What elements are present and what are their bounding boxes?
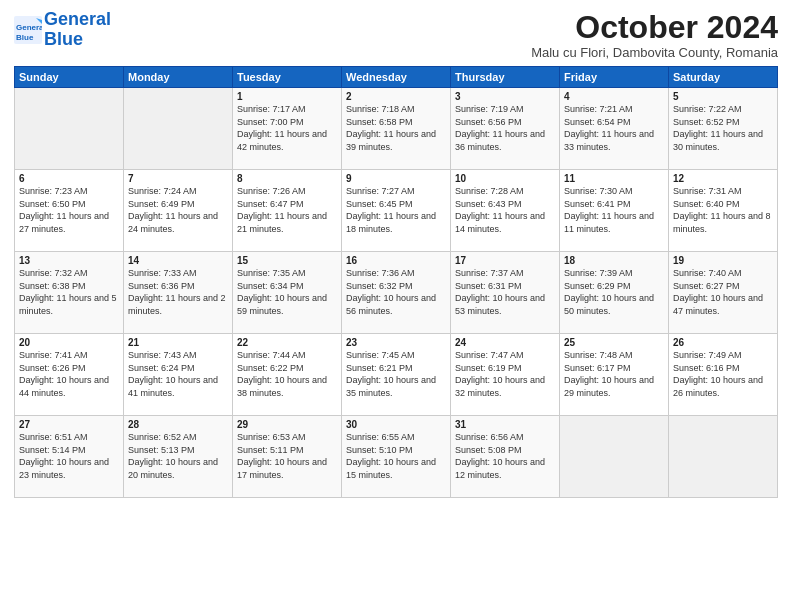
calendar-cell: 16Sunrise: 7:36 AM Sunset: 6:32 PM Dayli… (342, 252, 451, 334)
day-detail: Sunrise: 7:32 AM Sunset: 6:38 PM Dayligh… (19, 267, 119, 317)
day-detail: Sunrise: 6:51 AM Sunset: 5:14 PM Dayligh… (19, 431, 119, 481)
header-row: Sunday Monday Tuesday Wednesday Thursday… (15, 67, 778, 88)
day-detail: Sunrise: 7:17 AM Sunset: 7:00 PM Dayligh… (237, 103, 337, 153)
day-detail: Sunrise: 7:27 AM Sunset: 6:45 PM Dayligh… (346, 185, 446, 235)
calendar-body: 1Sunrise: 7:17 AM Sunset: 7:00 PM Daylig… (15, 88, 778, 498)
month-title: October 2024 (531, 10, 778, 45)
day-number: 9 (346, 173, 446, 184)
calendar-cell: 3Sunrise: 7:19 AM Sunset: 6:56 PM Daylig… (451, 88, 560, 170)
calendar-week-3: 20Sunrise: 7:41 AM Sunset: 6:26 PM Dayli… (15, 334, 778, 416)
day-number: 19 (673, 255, 773, 266)
calendar-cell: 28Sunrise: 6:52 AM Sunset: 5:13 PM Dayli… (124, 416, 233, 498)
calendar-cell (15, 88, 124, 170)
day-number: 14 (128, 255, 228, 266)
day-number: 8 (237, 173, 337, 184)
day-number: 18 (564, 255, 664, 266)
location: Malu cu Flori, Dambovita County, Romania (531, 45, 778, 60)
col-saturday: Saturday (669, 67, 778, 88)
day-detail: Sunrise: 7:26 AM Sunset: 6:47 PM Dayligh… (237, 185, 337, 235)
day-number: 22 (237, 337, 337, 348)
day-number: 31 (455, 419, 555, 430)
day-number: 21 (128, 337, 228, 348)
calendar-cell: 26Sunrise: 7:49 AM Sunset: 6:16 PM Dayli… (669, 334, 778, 416)
calendar-cell: 24Sunrise: 7:47 AM Sunset: 6:19 PM Dayli… (451, 334, 560, 416)
day-number: 2 (346, 91, 446, 102)
day-number: 20 (19, 337, 119, 348)
calendar-cell: 18Sunrise: 7:39 AM Sunset: 6:29 PM Dayli… (560, 252, 669, 334)
day-detail: Sunrise: 7:40 AM Sunset: 6:27 PM Dayligh… (673, 267, 773, 317)
day-number: 24 (455, 337, 555, 348)
calendar-cell: 7Sunrise: 7:24 AM Sunset: 6:49 PM Daylig… (124, 170, 233, 252)
calendar-cell: 6Sunrise: 7:23 AM Sunset: 6:50 PM Daylig… (15, 170, 124, 252)
calendar-cell: 22Sunrise: 7:44 AM Sunset: 6:22 PM Dayli… (233, 334, 342, 416)
title-block: October 2024 Malu cu Flori, Dambovita Co… (531, 10, 778, 60)
calendar-cell: 23Sunrise: 7:45 AM Sunset: 6:21 PM Dayli… (342, 334, 451, 416)
day-number: 11 (564, 173, 664, 184)
col-sunday: Sunday (15, 67, 124, 88)
calendar-cell: 12Sunrise: 7:31 AM Sunset: 6:40 PM Dayli… (669, 170, 778, 252)
day-detail: Sunrise: 7:35 AM Sunset: 6:34 PM Dayligh… (237, 267, 337, 317)
calendar-cell: 15Sunrise: 7:35 AM Sunset: 6:34 PM Dayli… (233, 252, 342, 334)
col-monday: Monday (124, 67, 233, 88)
day-detail: Sunrise: 7:18 AM Sunset: 6:58 PM Dayligh… (346, 103, 446, 153)
col-tuesday: Tuesday (233, 67, 342, 88)
calendar-cell: 4Sunrise: 7:21 AM Sunset: 6:54 PM Daylig… (560, 88, 669, 170)
svg-text:General: General (16, 23, 42, 32)
page: General Blue General Blue October 2024 M… (0, 0, 792, 612)
day-number: 16 (346, 255, 446, 266)
day-detail: Sunrise: 7:36 AM Sunset: 6:32 PM Dayligh… (346, 267, 446, 317)
day-number: 15 (237, 255, 337, 266)
day-number: 30 (346, 419, 446, 430)
calendar-cell: 27Sunrise: 6:51 AM Sunset: 5:14 PM Dayli… (15, 416, 124, 498)
calendar-table: Sunday Monday Tuesday Wednesday Thursday… (14, 66, 778, 498)
day-number: 23 (346, 337, 446, 348)
calendar-cell: 9Sunrise: 7:27 AM Sunset: 6:45 PM Daylig… (342, 170, 451, 252)
day-number: 17 (455, 255, 555, 266)
calendar-cell (124, 88, 233, 170)
col-friday: Friday (560, 67, 669, 88)
calendar-cell: 20Sunrise: 7:41 AM Sunset: 6:26 PM Dayli… (15, 334, 124, 416)
calendar-cell: 1Sunrise: 7:17 AM Sunset: 7:00 PM Daylig… (233, 88, 342, 170)
day-number: 5 (673, 91, 773, 102)
logo-name-line1: General (44, 10, 111, 30)
header: General Blue General Blue October 2024 M… (14, 10, 778, 60)
calendar-cell: 21Sunrise: 7:43 AM Sunset: 6:24 PM Dayli… (124, 334, 233, 416)
calendar-cell: 19Sunrise: 7:40 AM Sunset: 6:27 PM Dayli… (669, 252, 778, 334)
col-thursday: Thursday (451, 67, 560, 88)
calendar-cell: 8Sunrise: 7:26 AM Sunset: 6:47 PM Daylig… (233, 170, 342, 252)
day-detail: Sunrise: 7:21 AM Sunset: 6:54 PM Dayligh… (564, 103, 664, 153)
calendar-cell: 25Sunrise: 7:48 AM Sunset: 6:17 PM Dayli… (560, 334, 669, 416)
day-detail: Sunrise: 7:44 AM Sunset: 6:22 PM Dayligh… (237, 349, 337, 399)
day-detail: Sunrise: 7:30 AM Sunset: 6:41 PM Dayligh… (564, 185, 664, 235)
calendar-cell: 29Sunrise: 6:53 AM Sunset: 5:11 PM Dayli… (233, 416, 342, 498)
calendar-cell (669, 416, 778, 498)
day-detail: Sunrise: 7:19 AM Sunset: 6:56 PM Dayligh… (455, 103, 555, 153)
day-detail: Sunrise: 7:37 AM Sunset: 6:31 PM Dayligh… (455, 267, 555, 317)
day-number: 3 (455, 91, 555, 102)
logo: General Blue General Blue (14, 10, 111, 50)
day-detail: Sunrise: 6:53 AM Sunset: 5:11 PM Dayligh… (237, 431, 337, 481)
day-detail: Sunrise: 7:41 AM Sunset: 6:26 PM Dayligh… (19, 349, 119, 399)
calendar-cell: 14Sunrise: 7:33 AM Sunset: 6:36 PM Dayli… (124, 252, 233, 334)
day-number: 12 (673, 173, 773, 184)
day-number: 10 (455, 173, 555, 184)
calendar-cell: 13Sunrise: 7:32 AM Sunset: 6:38 PM Dayli… (15, 252, 124, 334)
day-number: 7 (128, 173, 228, 184)
calendar-cell: 30Sunrise: 6:55 AM Sunset: 5:10 PM Dayli… (342, 416, 451, 498)
calendar-week-1: 6Sunrise: 7:23 AM Sunset: 6:50 PM Daylig… (15, 170, 778, 252)
calendar-week-2: 13Sunrise: 7:32 AM Sunset: 6:38 PM Dayli… (15, 252, 778, 334)
calendar-week-4: 27Sunrise: 6:51 AM Sunset: 5:14 PM Dayli… (15, 416, 778, 498)
calendar-cell: 17Sunrise: 7:37 AM Sunset: 6:31 PM Dayli… (451, 252, 560, 334)
day-number: 25 (564, 337, 664, 348)
day-number: 1 (237, 91, 337, 102)
svg-text:Blue: Blue (16, 33, 34, 42)
calendar-cell: 10Sunrise: 7:28 AM Sunset: 6:43 PM Dayli… (451, 170, 560, 252)
day-number: 26 (673, 337, 773, 348)
day-detail: Sunrise: 7:43 AM Sunset: 6:24 PM Dayligh… (128, 349, 228, 399)
calendar-cell: 11Sunrise: 7:30 AM Sunset: 6:41 PM Dayli… (560, 170, 669, 252)
calendar-cell: 2Sunrise: 7:18 AM Sunset: 6:58 PM Daylig… (342, 88, 451, 170)
calendar-cell: 5Sunrise: 7:22 AM Sunset: 6:52 PM Daylig… (669, 88, 778, 170)
day-detail: Sunrise: 7:31 AM Sunset: 6:40 PM Dayligh… (673, 185, 773, 235)
day-detail: Sunrise: 7:23 AM Sunset: 6:50 PM Dayligh… (19, 185, 119, 235)
calendar-header: Sunday Monday Tuesday Wednesday Thursday… (15, 67, 778, 88)
